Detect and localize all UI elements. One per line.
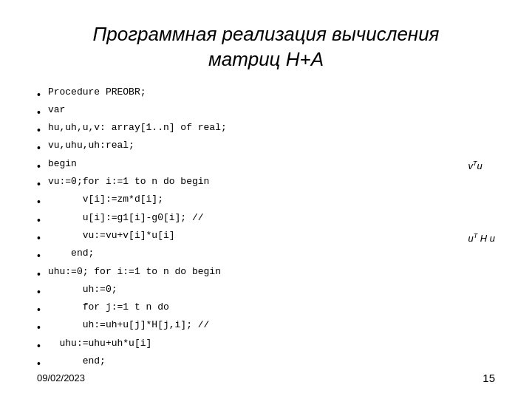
bullet-text: end; <box>48 247 94 261</box>
bullet-dot-icon: • <box>37 284 41 299</box>
list-item: •vu,uhu,uh:real; <box>37 139 460 155</box>
slide-footer: 09/02/2023 15 <box>37 372 495 384</box>
bullet-text: vu,uhu,uh:real; <box>48 139 134 153</box>
bullet-dot-icon: • <box>37 356 41 371</box>
side-annotations: vTu uT H u <box>468 86 495 245</box>
footer-date: 09/02/2023 <box>37 372 85 383</box>
bullet-text: hu,uh,u,v: array[1..n] of real; <box>48 121 227 135</box>
list-item: • uh:=uh+u[j]*H[j,i]; // <box>37 318 460 335</box>
bullet-text: u[i]:=g1[i]-g0[i]; // <box>48 211 204 225</box>
list-item: • end; <box>37 355 460 371</box>
bullet-dot-icon: • <box>37 159 41 174</box>
list-item: •begin <box>37 157 460 174</box>
bullet-text: v[i]:=zm*d[i]; <box>48 193 163 207</box>
bullet-text: for j:=1 t n do <box>48 301 169 315</box>
bullet-text: Procedure PREOBR; <box>48 86 146 100</box>
bullet-text: var <box>48 103 65 117</box>
bullet-text: uhu:=uhu+uh*u[i] <box>48 337 151 351</box>
bullet-dot-icon: • <box>37 267 41 282</box>
bullet-dot-icon: • <box>37 338 41 353</box>
bullet-dot-icon: • <box>37 140 41 155</box>
list-item: •vu:=0;for i:=1 to n do begin <box>37 175 460 191</box>
list-item: • end; <box>37 247 460 263</box>
list-item: •hu,uh,u,v: array[1..n] of real; <box>37 121 460 137</box>
annotation-2: uT H u <box>468 232 495 245</box>
bullet-list: •Procedure PREOBR;•var•hu,uh,u,v: array[… <box>37 86 460 373</box>
bullet-dot-icon: • <box>37 248 41 263</box>
annotation-1: vTu <box>468 160 482 173</box>
bullet-text: vu:=0;for i:=1 to n do begin <box>48 175 209 189</box>
bullet-dot-icon: • <box>37 105 41 120</box>
bullet-dot-icon: • <box>37 177 41 191</box>
bullet-text: vu:=vu+v[i]*u[i] <box>48 229 175 243</box>
bullet-dot-icon: • <box>37 87 41 102</box>
bullet-dot-icon: • <box>37 194 41 209</box>
bullet-text: end; <box>48 355 106 369</box>
slide-title: Программная реализация вычисления матриц… <box>37 22 495 72</box>
footer-page: 15 <box>482 372 495 384</box>
list-item: • for j:=1 t n do <box>37 301 460 317</box>
bullet-text: uh:=0; <box>48 283 117 297</box>
bullet-dot-icon: • <box>37 231 41 245</box>
list-item: •var <box>37 103 460 120</box>
bullet-dot-icon: • <box>37 123 41 137</box>
bullet-text: uhu:=0; for i:=1 to n do begin <box>48 265 221 279</box>
list-item: • v[i]:=zm*d[i]; <box>37 193 460 209</box>
bullet-text: begin <box>48 157 77 171</box>
list-item: • uh:=0; <box>37 283 460 299</box>
slide: Программная реализация вычисления матриц… <box>0 0 532 399</box>
bullet-dot-icon: • <box>37 320 41 335</box>
bullet-dot-icon: • <box>37 213 41 228</box>
list-item: • uhu:=uhu+uh*u[i] <box>37 337 460 353</box>
list-item: •uhu:=0; for i:=1 to n do begin <box>37 265 460 282</box>
content-area: •Procedure PREOBR;•var•hu,uh,u,v: array[… <box>37 86 495 373</box>
bullet-text: uh:=uh+u[j]*H[j,i]; // <box>48 318 209 332</box>
bullet-dot-icon: • <box>37 302 41 317</box>
list-item: • vu:=vu+v[i]*u[i] <box>37 229 460 245</box>
list-item: • u[i]:=g1[i]-g0[i]; // <box>37 211 460 228</box>
list-item: •Procedure PREOBR; <box>37 86 460 102</box>
